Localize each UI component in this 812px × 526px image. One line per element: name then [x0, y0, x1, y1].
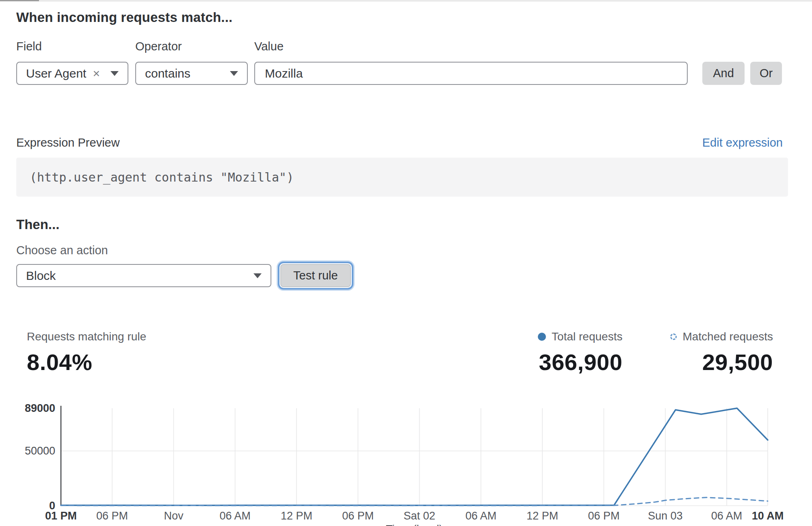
rule-builder-panel: When incoming requests match... Field Us… — [0, 10, 812, 526]
svg-text:Nov: Nov — [164, 510, 184, 522]
chevron-down-icon — [110, 71, 119, 76]
requests-chart: 0500008900001 PM06 PMNov06 AM12 PM06 PMS… — [16, 402, 796, 526]
chart-area: 0500008900001 PM06 PMNov06 AM12 PM06 PMS… — [16, 402, 796, 526]
svg-text:06 AM: 06 AM — [219, 510, 251, 522]
value-label: Value — [254, 40, 688, 53]
svg-text:06 PM: 06 PM — [96, 510, 128, 522]
expression-code: (http.user_agent contains "Mozilla") — [30, 170, 294, 184]
clear-field-icon[interactable]: × — [93, 67, 100, 80]
total-requests-label: Total requests — [552, 330, 622, 343]
operator-label: Operator — [135, 40, 254, 53]
svg-text:06 AM: 06 AM — [711, 510, 743, 522]
total-requests-legend-item[interactable]: Total requests — [538, 330, 622, 343]
total-requests-stat: Total requests 366,900 — [538, 330, 622, 375]
solid-dot-icon — [538, 333, 546, 341]
and-button[interactable]: And — [702, 62, 745, 85]
svg-text:06 AM: 06 AM — [466, 510, 497, 522]
chevron-down-icon — [253, 273, 262, 278]
field-group: Field User Agent × — [16, 40, 135, 85]
matching-rule-value: 8.04% — [27, 349, 146, 375]
top-edge-divider — [0, 0, 812, 2]
svg-text:Time (local): Time (local) — [386, 523, 443, 526]
expression-preview-box: (http.user_agent contains "Mozilla") — [16, 158, 788, 197]
matching-rule-stat: Requests matching rule 8.04% — [27, 330, 146, 375]
operator-select[interactable]: contains — [135, 62, 248, 85]
matching-rule-label: Requests matching rule — [27, 330, 146, 343]
svg-text:12 PM: 12 PM — [281, 510, 312, 522]
expression-header: Expression Preview Edit expression — [16, 136, 796, 149]
svg-text:01 PM: 01 PM — [45, 510, 77, 522]
field-label: Field — [16, 40, 135, 53]
or-button[interactable]: Or — [750, 62, 782, 85]
svg-text:10 AM: 10 AM — [752, 510, 784, 522]
value-input[interactable] — [254, 62, 688, 85]
dashed-circle-icon — [670, 333, 677, 340]
matched-requests-legend-item[interactable]: Matched requests — [670, 330, 773, 343]
test-rule-button[interactable]: Test rule — [280, 264, 351, 287]
choose-action-label: Choose an action — [16, 244, 796, 257]
match-section-title: When incoming requests match... — [16, 10, 796, 25]
expression-preview-label: Expression Preview — [16, 136, 120, 149]
svg-text:50000: 50000 — [25, 445, 55, 457]
matched-requests-value: 29,500 — [702, 349, 773, 375]
action-select[interactable]: Block — [16, 264, 271, 287]
stats-row: Requests matching rule 8.04% Total reque… — [16, 330, 796, 375]
svg-text:89000: 89000 — [25, 402, 55, 414]
rule-condition-row: Field User Agent × Operator contains Val… — [16, 40, 796, 85]
operator-select-value: contains — [145, 67, 191, 80]
svg-text:Sun 03: Sun 03 — [648, 510, 683, 522]
field-select-value: User Agent — [26, 67, 86, 80]
action-select-value: Block — [26, 269, 56, 283]
top-edge-dark-segment — [0, 0, 39, 1]
action-row: Block Test rule — [16, 264, 796, 287]
svg-text:06 PM: 06 PM — [342, 510, 374, 522]
svg-text:06 PM: 06 PM — [588, 510, 619, 522]
matched-requests-label: Matched requests — [682, 330, 773, 343]
field-select[interactable]: User Agent × — [16, 62, 128, 85]
operator-group: Operator contains — [135, 40, 254, 85]
total-requests-value: 366,900 — [539, 349, 622, 375]
value-group: Value — [254, 40, 688, 85]
then-section-title: Then... — [16, 217, 796, 232]
svg-text:Sat 02: Sat 02 — [404, 510, 435, 522]
matched-requests-stat: Matched requests 29,500 — [670, 330, 773, 375]
edit-expression-link[interactable]: Edit expression — [702, 136, 783, 149]
svg-text:12 PM: 12 PM — [526, 510, 558, 522]
chevron-down-icon — [230, 71, 238, 76]
